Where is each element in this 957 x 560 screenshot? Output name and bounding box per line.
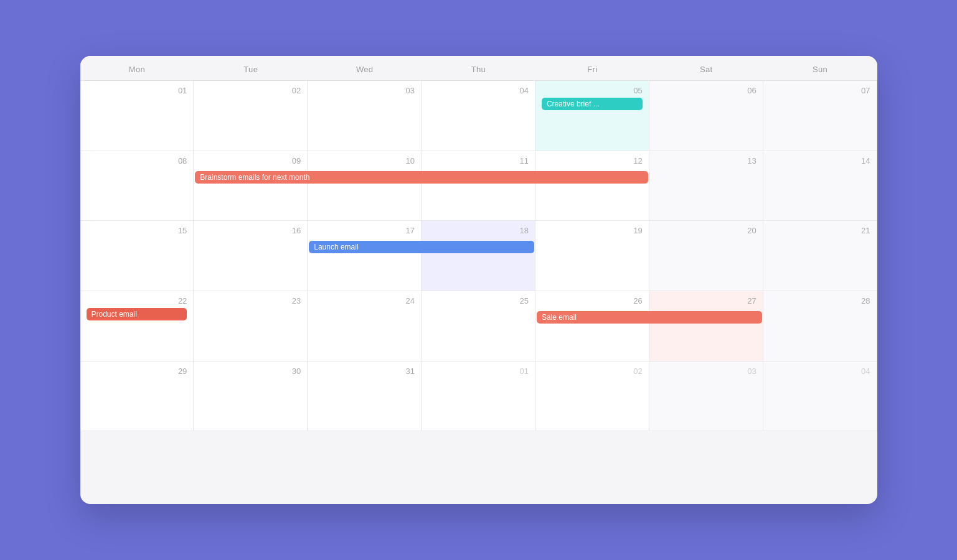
cell-19[interactable]: 19: [535, 221, 649, 291]
cell-21[interactable]: 21: [763, 221, 877, 291]
cell-12[interactable]: 12: [535, 151, 649, 222]
cell-23[interactable]: 23: [194, 291, 308, 362]
cell-29[interactable]: 29: [80, 362, 194, 432]
day-num: 14: [770, 156, 870, 166]
cell-22[interactable]: 22 Product email: [80, 291, 194, 362]
day-header-fri: Fri: [535, 65, 649, 74]
cell-05[interactable]: 05 Creative brief ...: [535, 81, 649, 151]
day-num: 01: [428, 366, 529, 376]
day-num: 25: [428, 296, 529, 306]
day-header-wed: Wed: [308, 65, 422, 74]
event-creative-brief[interactable]: Creative brief ...: [542, 98, 643, 110]
cell-next-03[interactable]: 03: [649, 362, 763, 432]
day-num: 19: [542, 226, 643, 235]
day-header-thu: Thu: [422, 65, 535, 74]
span-event[interactable]: Brainstorm emails for next month: [195, 171, 648, 184]
calendar-header: Mon Tue Wed Thu Fri Sat Sun: [80, 56, 877, 81]
day-num: 12: [542, 156, 643, 166]
day-num: 30: [200, 366, 301, 376]
cell-30[interactable]: 30: [194, 362, 308, 432]
cell-16[interactable]: 16: [194, 221, 308, 291]
day-num: 23: [200, 296, 301, 306]
day-num: 03: [656, 366, 757, 376]
day-num: 02: [200, 86, 301, 95]
cell-25[interactable]: 25: [422, 291, 535, 362]
cell-17[interactable]: 17: [308, 221, 422, 291]
day-num: 16: [200, 226, 301, 235]
day-num: 07: [770, 86, 870, 95]
day-num: 03: [314, 86, 415, 95]
day-header-mon: Mon: [80, 65, 194, 74]
day-num: 27: [656, 296, 757, 306]
cell-18[interactable]: 18: [422, 221, 535, 291]
day-num: 04: [770, 366, 870, 376]
event-product-email[interactable]: Product email: [87, 308, 187, 320]
span-event[interactable]: Sale email: [537, 311, 762, 324]
calendar: Mon Tue Wed Thu Fri Sat Sun 01 02 03 04 …: [80, 56, 877, 504]
cell-27[interactable]: 27: [649, 291, 763, 362]
span-event[interactable]: Launch email: [309, 241, 534, 253]
cell-13[interactable]: 13: [649, 151, 763, 222]
day-num: 24: [314, 296, 415, 306]
cell-26[interactable]: 26: [535, 291, 649, 362]
cell-08[interactable]: 08: [80, 151, 194, 222]
day-num: 02: [542, 366, 643, 376]
day-num: 08: [87, 156, 187, 166]
cell-next-04[interactable]: 04: [763, 362, 877, 432]
cell-next-01[interactable]: 01: [422, 362, 535, 432]
cell-20[interactable]: 20: [649, 221, 763, 291]
cell-24[interactable]: 24: [308, 291, 422, 362]
day-header-tue: Tue: [194, 65, 308, 74]
day-num: 28: [770, 296, 870, 306]
day-num: 01: [87, 86, 187, 95]
day-num: 05: [542, 86, 643, 95]
cell-01[interactable]: 01: [80, 81, 194, 151]
cell-10[interactable]: 10: [308, 151, 422, 222]
day-num: 04: [428, 86, 529, 95]
cell-07[interactable]: 07: [763, 81, 877, 151]
cell-03[interactable]: 03: [308, 81, 422, 151]
calendar-grid: 01 02 03 04 05 Creative brief ... 06 07 …: [80, 81, 877, 502]
day-num: 21: [770, 226, 870, 235]
day-num: 06: [656, 86, 757, 95]
cell-next-02[interactable]: 02: [535, 362, 649, 432]
day-num: 13: [656, 156, 757, 166]
cell-15[interactable]: 15: [80, 221, 194, 291]
day-num: 17: [314, 226, 415, 235]
day-num: 09: [200, 156, 301, 166]
day-num: 15: [87, 226, 187, 235]
cell-02[interactable]: 02: [194, 81, 308, 151]
day-num: 10: [314, 156, 415, 166]
day-num: 31: [314, 366, 415, 376]
cell-11[interactable]: 11: [422, 151, 535, 222]
day-num: 26: [542, 296, 643, 306]
cell-14[interactable]: 14: [763, 151, 877, 222]
day-header-sat: Sat: [649, 65, 763, 74]
cell-06[interactable]: 06: [649, 81, 763, 151]
cell-09[interactable]: 09: [194, 151, 308, 222]
day-num: 22: [87, 296, 187, 306]
day-num: 11: [428, 156, 529, 166]
cell-28[interactable]: 28: [763, 291, 877, 362]
cell-04[interactable]: 04: [422, 81, 535, 151]
day-num: 20: [656, 226, 757, 235]
day-num: 29: [87, 366, 187, 376]
day-header-sun: Sun: [763, 65, 877, 74]
day-num: 18: [428, 226, 529, 235]
cell-31[interactable]: 31: [308, 362, 422, 432]
